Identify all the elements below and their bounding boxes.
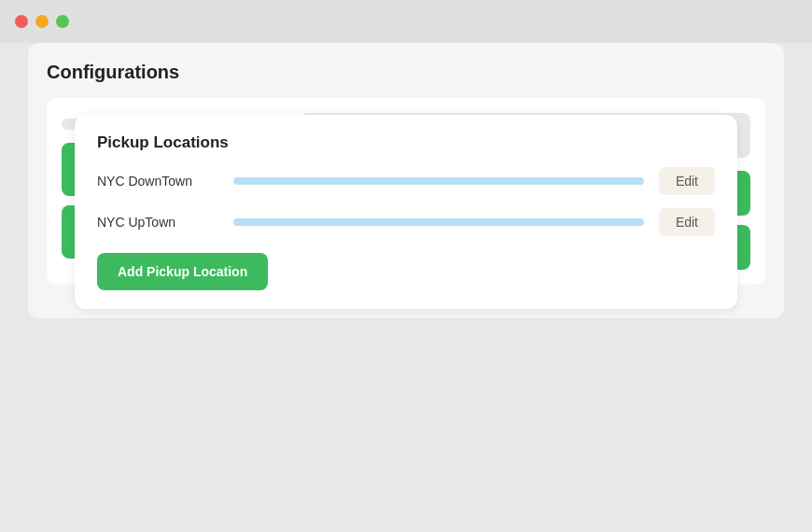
- pickup-title: Pickup Locations: [97, 133, 715, 152]
- pickup-name-downtown: NYC DownTown: [97, 174, 218, 189]
- dot-green[interactable]: [56, 15, 69, 28]
- main-window: Configurations Products Categories ✕ Alb…: [28, 43, 784, 318]
- pickup-bar-downtown: [233, 177, 644, 185]
- pickup-name-uptown: NYC UpTown: [97, 215, 218, 230]
- dot-red[interactable]: [15, 15, 28, 28]
- page-title: Configurations: [47, 62, 765, 83]
- pickup-bar-uptown: [233, 218, 644, 226]
- add-pickup-button[interactable]: Add Pickup Location: [97, 253, 268, 290]
- title-bar: [0, 0, 812, 43]
- pickup-row-uptown: NYC UpTown Edit: [97, 208, 715, 236]
- pickup-row-downtown: NYC DownTown Edit: [97, 167, 715, 195]
- edit-button-uptown[interactable]: Edit: [659, 208, 715, 236]
- dot-yellow[interactable]: [35, 15, 49, 28]
- pickup-card: Pickup Locations NYC DownTown Edit NYC U…: [75, 115, 737, 309]
- edit-button-downtown[interactable]: Edit: [659, 167, 715, 195]
